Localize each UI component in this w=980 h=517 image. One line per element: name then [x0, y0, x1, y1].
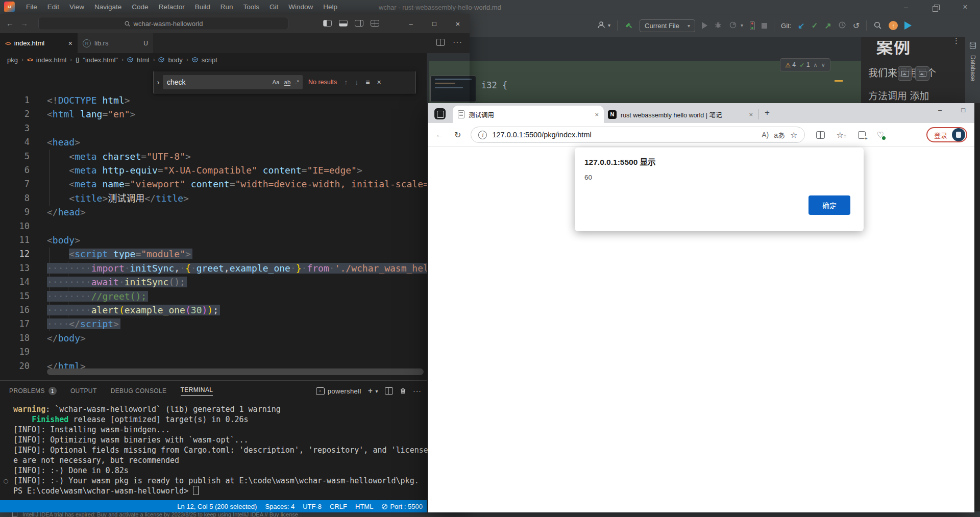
breadcrumb-item[interactable]: html: [137, 56, 150, 64]
menu-item-run[interactable]: Run: [215, 0, 238, 14]
address-bar[interactable]: i 127.0.0.1:5500/pkg/index.html A) aあ ☆: [471, 127, 805, 143]
code-line-15[interactable]: 15········//greet();: [0, 289, 427, 304]
menu-item-refactor[interactable]: Refactor: [154, 0, 190, 14]
kill-terminal-icon[interactable]: [400, 387, 406, 395]
rollback-icon[interactable]: ↺: [853, 21, 860, 31]
git-push-button[interactable]: ↗: [824, 21, 831, 31]
debug-bug-icon[interactable]: [714, 21, 722, 30]
cursor-position[interactable]: Ln 12, Col 5 (200 selected): [177, 503, 257, 510]
tab-index-html[interactable]: <> index.html ×: [0, 33, 78, 53]
database-icon[interactable]: [969, 41, 977, 52]
prev-problem-icon[interactable]: ∧: [814, 62, 818, 68]
close-icon[interactable]: ×: [595, 111, 599, 118]
toggle-secondary-sidebar-icon[interactable]: [355, 20, 363, 27]
image-tool-button[interactable]: [898, 66, 912, 81]
breadcrumb-item[interactable]: index.html: [36, 56, 66, 64]
split-screen-icon[interactable]: [816, 131, 825, 139]
split-editor-icon[interactable]: [436, 39, 445, 46]
profile-signin-button[interactable]: 登录: [926, 127, 967, 142]
match-case-icon[interactable]: Aa: [272, 79, 279, 85]
command-decoration-icon[interactable]: ○: [4, 476, 8, 486]
menu-item-code[interactable]: Code: [127, 0, 153, 14]
find-next-icon[interactable]: ↓: [355, 78, 358, 86]
run-configuration-select[interactable]: Current File ▾: [640, 19, 695, 32]
tab-terminal[interactable]: TERMINAL: [181, 386, 213, 396]
git-update-button[interactable]: ↙: [798, 21, 804, 31]
update-available-icon[interactable]: ↑: [889, 21, 898, 30]
more-actions-icon[interactable]: ···: [453, 38, 462, 47]
code-line-14[interactable]: 14········await·initSync();: [0, 275, 427, 289]
terminal-dropdown-icon[interactable]: ▾: [376, 388, 378, 394]
site-info-icon[interactable]: i: [478, 131, 487, 139]
vscode-maximize-button[interactable]: □: [423, 14, 446, 33]
menu-item-build[interactable]: Build: [190, 0, 215, 14]
idea-inspections-widget[interactable]: ⚠ 4 ✓ 1 ∧ ∨: [780, 58, 830, 71]
idea-minimize-button[interactable]: –: [891, 0, 921, 14]
history-clock-icon[interactable]: [838, 21, 846, 30]
find-previous-icon[interactable]: ↑: [344, 78, 348, 86]
back-icon[interactable]: ←: [6, 19, 14, 28]
edge-maximize-button[interactable]: □: [961, 106, 965, 114]
split-terminal-icon[interactable]: [385, 387, 393, 395]
services-icon[interactable]: [750, 21, 755, 30]
stop-button[interactable]: [762, 23, 767, 29]
collections-icon[interactable]: [858, 131, 866, 139]
code-line-6[interactable]: 6 <meta http-equiv="X-UA-Compatible" con…: [0, 163, 427, 178]
vscode-close-button[interactable]: ×: [446, 14, 470, 33]
build-hammer-icon[interactable]: [624, 21, 633, 31]
regex-icon[interactable]: .*: [295, 79, 299, 85]
shell-label[interactable]: powershell: [328, 387, 361, 395]
breadcrumb-item[interactable]: body: [168, 56, 182, 64]
workspaces-icon[interactable]: [434, 108, 446, 119]
git-commit-button[interactable]: ✓: [812, 21, 818, 30]
browser-tab-active[interactable]: 测试调用 ×: [453, 106, 604, 123]
code-line-12[interactable]: 12 <script type="module">: [0, 247, 427, 261]
database-toolwindow-label[interactable]: Database: [969, 55, 976, 81]
code-line-8[interactable]: 8 <title>测试调用</title>: [0, 191, 427, 206]
next-problem-icon[interactable]: ∨: [821, 62, 825, 68]
image-tool-button[interactable]: [915, 66, 929, 81]
code-line-4[interactable]: 4<head>: [0, 135, 427, 150]
code-editor[interactable]: 1<!DOCTYPE html>2<html lang="en">34<head…: [0, 66, 427, 380]
user-icon[interactable]: [597, 21, 605, 30]
breadcrumb-item[interactable]: "index.html": [83, 56, 117, 64]
dialog-ok-button[interactable]: 确定: [808, 195, 850, 215]
live-server-port[interactable]: Port : 5500: [381, 503, 423, 510]
code-line-18[interactable]: 18</body>: [0, 331, 427, 346]
code-line-13[interactable]: 13········import·initSync,·{·greet,examp…: [0, 261, 427, 276]
forward-icon[interactable]: →: [20, 19, 28, 28]
favorites-icon[interactable]: ☆≡: [836, 130, 846, 140]
menu-item-git[interactable]: Git: [264, 0, 283, 14]
user-dropdown-icon[interactable]: ▾: [608, 23, 610, 28]
browser-back-icon[interactable]: ←: [435, 130, 444, 140]
customize-layout-icon[interactable]: [371, 20, 379, 27]
vscode-minimize-button[interactable]: –: [399, 14, 423, 33]
idea-close-button[interactable]: ×: [950, 0, 980, 14]
find-close-icon[interactable]: ×: [377, 78, 381, 86]
profiler-icon[interactable]: [729, 21, 737, 30]
code-line-19[interactable]: 19: [0, 345, 427, 359]
run-button[interactable]: [702, 22, 707, 29]
translate-icon[interactable]: aあ: [774, 130, 785, 140]
code-line-9[interactable]: 9</head>: [0, 205, 427, 219]
breadcrumb-item[interactable]: pkg: [7, 56, 18, 64]
menu-item-edit[interactable]: Edit: [42, 0, 64, 14]
language-mode[interactable]: HTML: [355, 503, 373, 510]
tab-problems[interactable]: PROBLEMS 1: [9, 387, 57, 395]
close-icon[interactable]: ×: [749, 111, 753, 118]
idea-restore-button[interactable]: [921, 0, 950, 14]
browser-essentials-icon[interactable]: ♡: [877, 130, 884, 140]
read-aloud-icon[interactable]: A): [762, 131, 769, 139]
toggle-sidebar-icon[interactable]: [323, 20, 332, 27]
code-line-1[interactable]: 1<!DOCTYPE html>: [0, 93, 427, 108]
tab-output[interactable]: OUTPUT: [70, 387, 97, 395]
menu-item-file[interactable]: File: [21, 0, 42, 14]
eol-sequence[interactable]: CRLF: [330, 503, 347, 510]
code-line-10[interactable]: 10: [0, 219, 427, 234]
coverage-dropdown-icon[interactable]: ▾: [741, 23, 743, 28]
command-center-search[interactable]: wchar-wasm-helloworld: [38, 17, 288, 30]
code-line-5[interactable]: 5 <meta charset="UTF-8">: [0, 150, 427, 164]
new-terminal-icon[interactable]: +: [368, 386, 373, 396]
tab-lib-rs[interactable]: R lib.rs U: [78, 33, 153, 53]
menu-item-help[interactable]: Help: [318, 0, 342, 14]
